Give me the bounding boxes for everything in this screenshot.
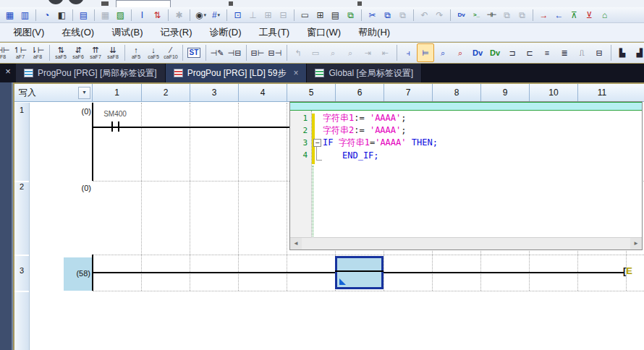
batch-monitor-2-button[interactable]: ▟ [631, 43, 644, 62]
find-device-icon[interactable]: Dv [454, 9, 469, 22]
module-list-icon[interactable]: ▤ [328, 9, 343, 22]
ladder-block-connect-button[interactable]: ⊨ [417, 43, 434, 62]
device-find-button[interactable]: Dv [469, 43, 486, 62]
find-instruction-icon[interactable]: >_ [469, 9, 484, 22]
read-mode-button[interactable]: ⌕ [434, 43, 452, 62]
st-code-line[interactable]: 4 END_IF; [290, 149, 642, 161]
find-contact-icon[interactable]: ⊣⊢ [484, 9, 499, 22]
jump-prev-icon[interactable]: ← [551, 9, 567, 22]
invert-result-button[interactable]: ⁄ caF10 [162, 43, 179, 62]
falling-pulse-or-button[interactable]: ⇊ saF8 [104, 43, 122, 62]
doc-edit-button[interactable]: ▭ [307, 43, 324, 62]
inline-st-button[interactable]: ST [185, 43, 203, 62]
comment-edit-icon[interactable]: I [135, 9, 150, 22]
menu-debug[interactable]: 调试(B) [104, 24, 150, 41]
falling-pulse-button[interactable]: ↓ caF5 [145, 43, 162, 62]
watch-start-icon[interactable]: ◔ [39, 9, 54, 22]
menu-help[interactable]: 帮助(H) [351, 24, 397, 41]
ladder-block-split-button[interactable]: ⫞ [399, 43, 417, 62]
program-monitor-icon[interactable]: ▥ [17, 9, 33, 22]
rising-or-contact-button[interactable]: ⇅ saF5 [52, 43, 69, 62]
delete-row-button[interactable]: ⇤ [376, 43, 394, 62]
shift-left-button[interactable]: ⊐ [504, 43, 521, 62]
device-register-icon[interactable]: ▨ [113, 9, 128, 22]
st-horizontal-scrollbar[interactable] [290, 237, 642, 249]
statement-list-icon[interactable]: ▭ [297, 9, 313, 22]
contact-device-label[interactable]: SM400 [99, 110, 131, 118]
find-window-icon[interactable]: ⊡ [230, 9, 245, 22]
read-from-plc-icon[interactable]: ⊼ [567, 9, 582, 22]
note-button[interactable]: ⊟⊣ [266, 43, 284, 62]
watch-stop-icon[interactable]: ◧ [54, 9, 69, 22]
shift-right-button[interactable]: ⊏ [521, 43, 538, 62]
menu-view[interactable]: 视图(V) [6, 24, 51, 41]
menu-tools[interactable]: 工具(T) [252, 24, 297, 41]
device-list-disabled-icon[interactable]: ⊞ [260, 9, 276, 22]
st-code-line[interactable]: 1 字符串1:= 'AAAA'; [290, 112, 642, 124]
watch-register-icon[interactable]: # [208, 9, 224, 22]
fold-collapse-icon[interactable] [313, 139, 321, 147]
disabled-tool-icon[interactable]: ✱ [171, 9, 187, 22]
tab-global-labels[interactable]: Global [全局标签设置] [307, 64, 422, 82]
replace-instruction-icon[interactable]: ⧉ [514, 9, 530, 22]
redo-icon[interactable]: ↷ [432, 9, 447, 22]
verify-with-plc-icon[interactable]: ⌂ [597, 9, 612, 22]
device-test-icon[interactable]: ⇅ [150, 9, 165, 22]
device-monitor-icon[interactable]: ▦ [2, 9, 17, 22]
statement-display-button[interactable]: ⊟ [590, 43, 608, 62]
ref-window-disabled-icon[interactable]: ⊟ [276, 9, 291, 22]
inline-st-box[interactable]: 1 字符串1:= 'AAAA'; 2 字符串2:= 'AAAA'; 3 IF 字… [289, 101, 643, 250]
undo-icon[interactable]: ↶ [417, 9, 432, 22]
ladder-cursor-cell[interactable] [335, 256, 384, 289]
menu-online[interactable]: 在线(O) [54, 24, 101, 41]
menu-diagnostics[interactable]: 诊断(D) [203, 24, 249, 41]
cross-reference-icon[interactable]: ⧉ [343, 9, 358, 22]
paste-icon[interactable]: ⧉ [395, 9, 410, 22]
copy-icon[interactable]: ⧉ [380, 9, 395, 22]
find-next-button[interactable]: ⌕ [342, 43, 359, 62]
st-code-line[interactable]: 3 IF 字符串1='AAAA' THEN; [290, 137, 642, 149]
write-to-plc-icon[interactable]: ⊻ [582, 9, 597, 22]
menu-recording[interactable]: 记录(R) [153, 24, 199, 41]
tab-close-icon[interactable] [293, 68, 298, 78]
menu-window[interactable]: 窗口(W) [300, 24, 348, 41]
jump-next-icon[interactable]: → [536, 9, 551, 22]
st-code-line[interactable]: 2 字符串2:= 'AAAA'; [290, 124, 642, 137]
device-comment-button[interactable]: ⊣⊟ [226, 43, 243, 62]
falling-or-contact-button[interactable]: ⇵ saF6 [69, 43, 87, 62]
open-contact-button[interactable]: ⊣⊢ F8 [0, 43, 12, 62]
close-icon[interactable] [2, 66, 14, 77]
insert-row-button[interactable]: ⇥ [359, 43, 376, 62]
rising-contact-button[interactable]: ↿⊢ aF7 [12, 43, 29, 62]
tab-progpou-local-labels[interactable]: ProgPou [PRG] [局部标签设置] [16, 64, 166, 82]
monitor-watch-button[interactable]: ⌕ [452, 43, 469, 62]
cut-icon[interactable]: ✂ [365, 9, 380, 22]
rising-pulse-button[interactable]: ↑ aF5 [127, 43, 145, 62]
st-box-header[interactable] [290, 102, 642, 111]
trend-chart-button[interactable]: ⎍ [573, 43, 590, 62]
st-code-area[interactable]: 1 字符串1:= 'AAAA'; 2 字符串2:= 'AAAA'; 3 IF 字… [290, 112, 642, 161]
scroll-right-icon[interactable] [630, 238, 642, 249]
find-prev-button[interactable]: ⌕ [324, 43, 342, 62]
device-batch-icon[interactable]: ▦ [98, 9, 113, 22]
monitor-mode-icon[interactable]: ◉ [193, 9, 208, 22]
device-write-button[interactable]: Dv [486, 43, 504, 62]
chevron-down-icon[interactable] [78, 87, 90, 99]
edit-contact-button[interactable]: ⊣✎ [208, 43, 226, 62]
mode-selector[interactable]: 写入 [14, 84, 93, 101]
falling-contact-button[interactable]: ⇂⊢ aF8 [29, 43, 46, 62]
align-bottom-button[interactable]: ≣ [556, 43, 573, 62]
rising-pulse-or-button[interactable]: ⇈ saF7 [87, 43, 104, 62]
scroll-left-icon[interactable] [290, 238, 302, 249]
replace-device-icon[interactable]: ⧉ [499, 9, 514, 22]
cross-ref-disabled-icon[interactable]: ⊥ [245, 9, 260, 22]
align-top-button[interactable]: ≡ [538, 43, 556, 62]
undo-edit-button[interactable]: ↰ [289, 43, 307, 62]
ladder-symbol-icon: ⇊ [109, 46, 116, 54]
tab-progpou-ld[interactable]: ProgPou [PRG] [LD] 59步 [166, 64, 308, 82]
watch-window-icon[interactable]: ▤ [76, 9, 91, 22]
collapsed-dock-panel[interactable] [0, 82, 13, 350]
statement-button[interactable]: ⊟⊢ [249, 43, 266, 62]
io-assign-icon[interactable]: ⊞ [313, 9, 328, 22]
batch-monitor-1-button[interactable]: ▙ [614, 43, 631, 62]
